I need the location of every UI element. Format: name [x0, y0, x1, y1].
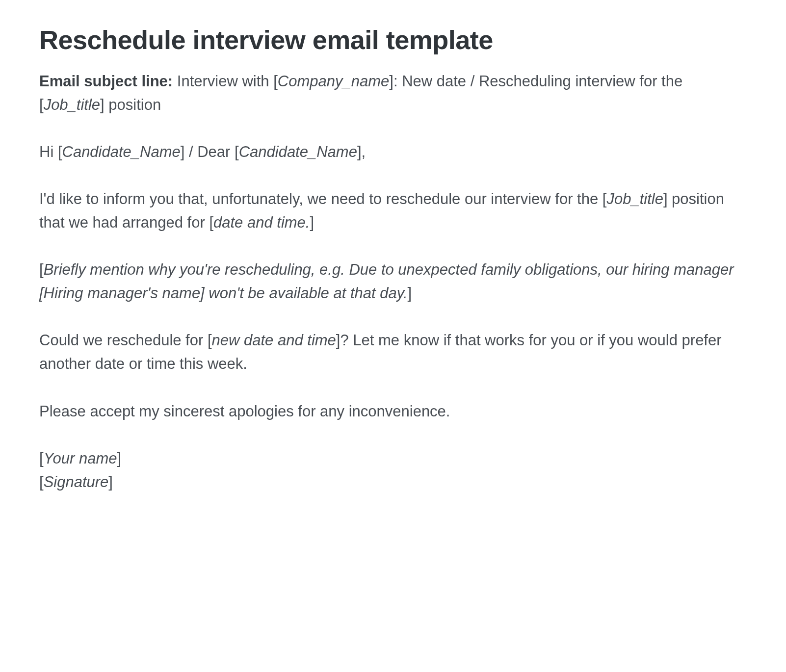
greeting-text-1: Hi [ — [39, 143, 62, 160]
sig-bracket-close-1: ] — [117, 450, 122, 467]
greeting-text-2: ] / Dear [ — [181, 143, 239, 160]
signature-line-your-name: [Your name] — [39, 447, 747, 470]
page-title: Reschedule interview email template — [39, 25, 747, 55]
placeholder-signature: Signature — [44, 473, 109, 491]
placeholder-candidate-name: Candidate_Name — [62, 143, 181, 160]
subject-line: Email subject line: Interview with [Comp… — [39, 70, 747, 117]
sig-bracket-open-1: [ — [39, 450, 44, 467]
reason-bracket-open: [ — [39, 261, 44, 278]
p2-text-1: Could we reschedule for [ — [39, 332, 212, 349]
placeholder-job-title: Job_title — [44, 96, 100, 113]
greeting-text-3: ], — [357, 143, 366, 160]
subject-text-3: ] position — [100, 96, 161, 113]
sig-bracket-close-2: ] — [108, 473, 113, 491]
body-paragraph-1: I'd like to inform you that, unfortunate… — [39, 187, 747, 234]
subject-text-1: Interview with [ — [173, 73, 278, 90]
body-paragraph-2: Could we reschedule for [new date and ti… — [39, 329, 747, 376]
greeting-line: Hi [Candidate_Name] / Dear [Candidate_Na… — [39, 140, 747, 164]
p1-text-1: I'd like to inform you that, unfortunate… — [39, 190, 606, 207]
subject-label: Email subject line: — [39, 73, 173, 90]
placeholder-company-name: Company_name — [278, 73, 389, 90]
apology-line: Please accept my sincerest apologies for… — [39, 400, 747, 423]
placeholder-reason-body: Briefly mention why you're rescheduling,… — [39, 261, 734, 302]
signature-block: [Your name] [Signature] — [39, 447, 747, 494]
sig-bracket-open-2: [ — [39, 473, 44, 491]
placeholder-date-time: date and time. — [213, 214, 310, 231]
reschedule-reason: [Briefly mention why you're rescheduling… — [39, 258, 747, 305]
placeholder-candidate-name-2: Candidate_Name — [239, 143, 357, 160]
reason-bracket-close: ] — [408, 284, 412, 302]
signature-line-signature: [Signature] — [39, 470, 747, 494]
placeholder-your-name: Your name — [44, 450, 117, 467]
placeholder-new-date-time: new date and time — [212, 332, 336, 349]
placeholder-job-title-2: Job_title — [606, 190, 663, 207]
p1-text-3: ] — [310, 214, 314, 231]
